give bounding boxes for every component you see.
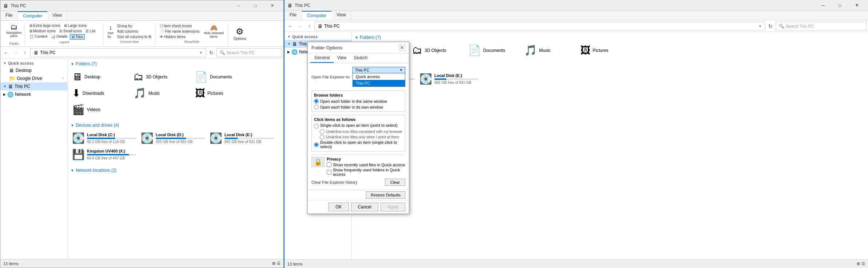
right-tab-view[interactable]: View [331, 11, 351, 20]
network-section: ▼ Network locations (2) [71, 168, 280, 173]
right-view-toggle-2[interactable]: ☰ [861, 261, 865, 266]
group-by-btn[interactable]: Group by [116, 24, 153, 28]
right-sidebar-quick-access[interactable]: ▼ Quick access [284, 33, 351, 40]
device-item-c[interactable]: 💽 Local Disk (C:) 50.3 GB free of 118 GB [71, 131, 138, 146]
back-btn[interactable]: ← [2, 48, 11, 57]
radio-underline-consistent[interactable]: Underline icon titles consistent with my… [320, 129, 403, 134]
folder-item-pictures[interactable]: 🖼Pictures [194, 86, 254, 101]
dropdown-option-this-pc[interactable]: This PC [353, 80, 405, 86]
view-toggle-1[interactable]: ⊞ [272, 261, 275, 266]
checkbox-recent-files[interactable]: Show recently used files in Quick access [327, 162, 405, 167]
right-refresh-btn[interactable]: ↻ [766, 22, 775, 31]
right-address-bar[interactable]: 🖥 This PC ▼ [314, 22, 765, 31]
address-text: This PC [40, 50, 56, 55]
device-item-kingston[interactable]: 💾 Kingston UV400 (X:) 64.9 GB free of 44… [71, 147, 138, 162]
nav-bar: ← → ↑ 🖥 This PC ▼ ↻ 🔍 Search This PC [0, 47, 283, 58]
right-folder-pictures[interactable]: 🖼Pictures [579, 43, 633, 58]
close-button[interactable]: ✕ [264, 0, 280, 11]
extra-large-icons-btn[interactable]: ⊞ Extra large icons [28, 23, 62, 28]
browse-folders-label: Browse folders [314, 93, 403, 97]
forward-btn[interactable]: → [11, 48, 20, 57]
device-item-e[interactable]: 💽 Local Disk (E:) 682 GB free of 931 GB [208, 131, 275, 146]
right-minimize-btn[interactable]: ─ [815, 0, 832, 11]
maximize-button[interactable]: □ [247, 0, 264, 11]
dialog-tab-general[interactable]: General [311, 53, 334, 63]
right-folder-3d[interactable]: 🗂3D Objects [411, 43, 465, 58]
add-columns-btn[interactable]: Add columns [116, 29, 153, 34]
dropdown-selected[interactable]: This PC ▼ [353, 67, 405, 73]
folder-item-videos[interactable]: 🎬Videos [71, 102, 131, 117]
right-back-btn[interactable]: ← [286, 22, 295, 31]
folder-item-music[interactable]: 🎵Music [132, 86, 192, 101]
address-bar[interactable]: 🖥 This PC ▼ [30, 48, 206, 57]
right-up-btn[interactable]: ↑ [305, 22, 314, 31]
sidebar-item-this-pc[interactable]: ▼ 🖥 This PC [0, 82, 67, 90]
content-btn[interactable]: 📋 Content [28, 34, 49, 40]
folder-item-downloads[interactable]: ⬇Downloads [71, 86, 131, 101]
radio-same-window[interactable]: Open each folder in the same window [314, 99, 403, 103]
checkbox-frequent-folders[interactable]: Show frequently used folders in Quick ac… [327, 168, 405, 176]
radio-underline-hover[interactable]: Underline icon titles only when I point … [320, 135, 403, 139]
window-icon: 🖥 [3, 3, 8, 9]
minimize-button[interactable]: ─ [230, 0, 247, 11]
right-view-toggle-1[interactable]: ⊞ [857, 261, 860, 266]
right-devices-section: ▼ Devices and drives 💽 Local Disk (D:) 3… [355, 64, 865, 86]
right-folder-documents[interactable]: 📄Documents [467, 43, 521, 58]
right-folder-music[interactable]: 🎵Music [523, 43, 577, 58]
tab-computer[interactable]: Computer [18, 11, 47, 20]
small-icons-btn[interactable]: ⊟ Small icons [58, 29, 83, 33]
folder-options-dialog[interactable]: Folder Options ✕ General View Search Ope… [307, 42, 409, 214]
ok-btn[interactable]: OK [329, 203, 349, 211]
sort-by-btn[interactable]: ↕ Sortby [106, 24, 115, 39]
tab-file[interactable]: File [0, 11, 18, 20]
radio-double-click[interactable]: Double-click to open an item (single-cli… [314, 140, 403, 149]
apply-btn[interactable]: Apply [381, 203, 405, 211]
dropdown-option-quick-access[interactable]: Quick access [353, 73, 405, 80]
right-maximize-btn[interactable]: □ [832, 0, 848, 11]
dialog-tab-search[interactable]: Search [350, 53, 371, 63]
folder-item-documents[interactable]: 📄Documents [194, 69, 254, 84]
privacy-section: 🔒 Privacy Show recently used files in Qu… [311, 154, 405, 186]
dialog-close-btn[interactable]: ✕ [399, 44, 405, 51]
device-item-d[interactable]: 💽 Local Disk (D:) 355 GB free of 931 GB [139, 131, 207, 146]
view-toggle-2[interactable]: ☰ [277, 261, 280, 266]
sidebar-item-desktop[interactable]: 🖥 Desktop [0, 66, 67, 74]
ribbon-group-layout: ⊞ Extra large icons ⊞ Large icons ⊞ Medi… [26, 22, 103, 45]
file-name-extensions-btn[interactable]: 📄 File name extensions [158, 29, 201, 34]
radio-own-window[interactable]: Open each folder in its own window [314, 105, 403, 109]
item-check-boxes-btn[interactable]: ☐ Item check boxes [158, 24, 201, 28]
refresh-btn[interactable]: ↻ [207, 48, 216, 57]
large-icons-btn[interactable]: ⊞ Large icons [63, 23, 88, 28]
cancel-btn[interactable]: Cancel [351, 203, 378, 211]
open-explorer-dropdown[interactable]: This PC ▼ Quick access This PC [353, 67, 405, 87]
network-section-header: ▼ Network locations (2) [71, 168, 280, 173]
tiles-btn[interactable]: ⊞ Tiles [70, 34, 85, 40]
medium-icons-btn[interactable]: ⊞ Medium icons [28, 29, 57, 33]
right-device-e[interactable]: 💽 Local Disk (E:) 682 GB free of 931 GB [418, 72, 480, 86]
tab-view[interactable]: View [47, 11, 67, 20]
search-bar[interactable]: 🔍 Search This PC [216, 48, 282, 57]
hidden-items-btn[interactable]: 👁 Hidden items [158, 34, 201, 39]
details-btn[interactable]: 📊 Details [49, 34, 69, 40]
chevron-down-icon: ▼ [71, 62, 74, 66]
dialog-tab-view[interactable]: View [334, 53, 350, 63]
clear-btn[interactable]: Clear [385, 179, 405, 186]
size-all-columns-btn[interactable]: Size all columns to fit [116, 34, 153, 39]
restore-defaults-btn[interactable]: Restore Defaults [366, 191, 405, 199]
right-tab-file[interactable]: File [284, 11, 302, 20]
sidebar-item-google-drive[interactable]: 📁 Google Drive ↗ [0, 74, 67, 82]
folder-item-3d-objects[interactable]: 🗂3D Objects [132, 69, 192, 84]
right-forward-btn[interactable]: → [295, 22, 304, 31]
options-btn[interactable]: ⚙ Options [231, 25, 249, 42]
hide-selected-btn[interactable]: 🙈 Hide selecteditems [202, 24, 225, 39]
up-btn[interactable]: ↑ [21, 48, 29, 57]
right-tab-computer[interactable]: Computer [302, 11, 331, 20]
folder-item-desktop[interactable]: 🖥Desktop [71, 69, 131, 84]
sidebar-section-quick-access[interactable]: ▼ Quick access [0, 60, 67, 66]
list-btn[interactable]: ☰ List [84, 29, 97, 33]
sidebar-item-network[interactable]: ▶ 🌐 Network [0, 90, 67, 98]
right-close-btn[interactable]: ✕ [848, 0, 865, 11]
radio-single-click[interactable]: Single-click to open an item (point to s… [314, 123, 403, 129]
navigation-pane-btn[interactable]: 🗂 Navigationpane [5, 22, 23, 39]
right-search-bar[interactable]: 🔍 Search This PC [776, 22, 867, 31]
